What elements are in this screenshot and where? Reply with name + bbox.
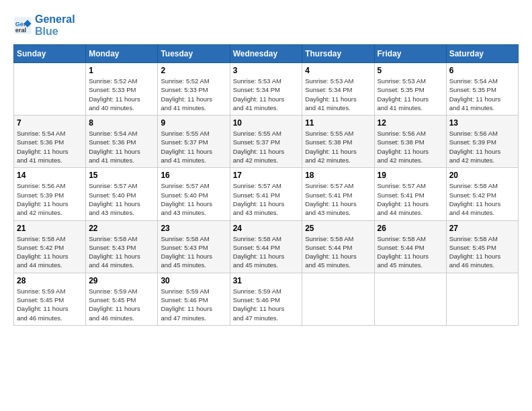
day-number: 13 [449, 118, 515, 128]
day-number: 6 [449, 66, 515, 75]
day-info: Sunrise: 5:56 AM Sunset: 5:39 PM Dayligh… [449, 129, 515, 165]
calendar-cell [302, 273, 374, 325]
day-number: 4 [305, 66, 371, 75]
day-info: Sunrise: 5:58 AM Sunset: 5:43 PM Dayligh… [161, 234, 226, 270]
calendar-cell: 27Sunrise: 5:58 AM Sunset: 5:45 PM Dayli… [446, 220, 518, 273]
header-thursday: Thursday [302, 45, 374, 63]
day-info: Sunrise: 5:59 AM Sunset: 5:46 PM Dayligh… [233, 287, 300, 322]
day-info: Sunrise: 5:54 AM Sunset: 5:36 PM Dayligh… [89, 129, 154, 165]
calendar-cell: 22Sunrise: 5:58 AM Sunset: 5:43 PM Dayli… [86, 220, 158, 273]
calendar-cell [14, 63, 86, 116]
header-wednesday: Wednesday [230, 45, 302, 63]
day-number: 12 [378, 118, 443, 128]
calendar-week-3: 14Sunrise: 5:56 AM Sunset: 5:39 PM Dayli… [14, 168, 519, 220]
day-number: 7 [17, 118, 83, 128]
day-number: 10 [233, 118, 300, 128]
day-number: 14 [17, 171, 83, 180]
header-sunday: Sunday [14, 45, 86, 63]
day-info: Sunrise: 5:58 AM Sunset: 5:45 PM Dayligh… [449, 234, 515, 270]
calendar-cell: 5Sunrise: 5:53 AM Sunset: 5:35 PM Daylig… [374, 63, 446, 116]
day-number: 24 [233, 224, 300, 233]
day-info: Sunrise: 5:59 AM Sunset: 5:46 PM Dayligh… [161, 287, 226, 322]
day-info: Sunrise: 5:54 AM Sunset: 5:36 PM Dayligh… [17, 129, 83, 165]
header-tuesday: Tuesday [158, 45, 230, 63]
day-number: 2 [161, 66, 226, 75]
day-info: Sunrise: 5:58 AM Sunset: 5:43 PM Dayligh… [89, 234, 154, 270]
logo-text: General Blue [35, 13, 75, 38]
logo-icon: Gen eral [13, 16, 32, 35]
day-info: Sunrise: 5:52 AM Sunset: 5:33 PM Dayligh… [161, 77, 226, 112]
calendar-cell: 18Sunrise: 5:57 AM Sunset: 5:41 PM Dayli… [302, 168, 374, 220]
calendar-cell: 19Sunrise: 5:57 AM Sunset: 5:41 PM Dayli… [374, 168, 446, 220]
calendar-cell: 11Sunrise: 5:55 AM Sunset: 5:38 PM Dayli… [302, 116, 374, 168]
day-number: 22 [89, 224, 154, 233]
day-number: 20 [449, 171, 515, 180]
day-number: 31 [233, 276, 300, 285]
day-number: 28 [17, 276, 83, 285]
day-info: Sunrise: 5:59 AM Sunset: 5:45 PM Dayligh… [17, 287, 83, 322]
day-info: Sunrise: 5:59 AM Sunset: 5:45 PM Dayligh… [89, 287, 154, 322]
calendar-cell: 31Sunrise: 5:59 AM Sunset: 5:46 PM Dayli… [230, 273, 302, 325]
day-info: Sunrise: 5:57 AM Sunset: 5:41 PM Dayligh… [378, 181, 443, 217]
day-info: Sunrise: 5:56 AM Sunset: 5:38 PM Dayligh… [378, 129, 443, 165]
calendar-cell: 6Sunrise: 5:54 AM Sunset: 5:35 PM Daylig… [446, 63, 518, 116]
day-info: Sunrise: 5:53 AM Sunset: 5:34 PM Dayligh… [233, 77, 300, 112]
page-header: Gen eral General Blue [13, 13, 519, 38]
day-info: Sunrise: 5:57 AM Sunset: 5:41 PM Dayligh… [233, 181, 300, 217]
day-number: 5 [378, 66, 443, 75]
calendar-cell: 13Sunrise: 5:56 AM Sunset: 5:39 PM Dayli… [446, 116, 518, 168]
day-number: 11 [305, 118, 371, 128]
day-info: Sunrise: 5:58 AM Sunset: 5:44 PM Dayligh… [378, 234, 443, 270]
calendar-week-4: 21Sunrise: 5:58 AM Sunset: 5:42 PM Dayli… [14, 220, 519, 273]
day-number: 30 [161, 276, 226, 285]
calendar-cell: 4Sunrise: 5:53 AM Sunset: 5:34 PM Daylig… [302, 63, 374, 116]
svg-text:eral: eral [15, 27, 26, 34]
day-number: 27 [449, 224, 515, 233]
calendar-cell: 28Sunrise: 5:59 AM Sunset: 5:45 PM Dayli… [14, 273, 86, 325]
day-info: Sunrise: 5:58 AM Sunset: 5:44 PM Dayligh… [305, 234, 371, 270]
calendar-cell: 25Sunrise: 5:58 AM Sunset: 5:44 PM Dayli… [302, 220, 374, 273]
calendar-week-2: 7Sunrise: 5:54 AM Sunset: 5:36 PM Daylig… [14, 116, 519, 168]
day-number: 18 [305, 171, 371, 180]
day-number: 25 [305, 224, 371, 233]
day-number: 9 [161, 118, 226, 128]
calendar-cell: 14Sunrise: 5:56 AM Sunset: 5:39 PM Dayli… [14, 168, 86, 220]
header-saturday: Saturday [446, 45, 518, 63]
calendar-cell: 26Sunrise: 5:58 AM Sunset: 5:44 PM Dayli… [374, 220, 446, 273]
calendar-header-row: SundayMondayTuesdayWednesdayThursdayFrid… [14, 45, 519, 63]
day-info: Sunrise: 5:58 AM Sunset: 5:42 PM Dayligh… [449, 181, 515, 217]
calendar-cell: 16Sunrise: 5:57 AM Sunset: 5:40 PM Dayli… [158, 168, 230, 220]
calendar-cell: 1Sunrise: 5:52 AM Sunset: 5:33 PM Daylig… [86, 63, 158, 116]
calendar-cell: 8Sunrise: 5:54 AM Sunset: 5:36 PM Daylig… [86, 116, 158, 168]
calendar-cell: 7Sunrise: 5:54 AM Sunset: 5:36 PM Daylig… [14, 116, 86, 168]
calendar-cell: 29Sunrise: 5:59 AM Sunset: 5:45 PM Dayli… [86, 273, 158, 325]
day-number: 29 [89, 276, 154, 285]
calendar-cell: 20Sunrise: 5:58 AM Sunset: 5:42 PM Dayli… [446, 168, 518, 220]
calendar-week-1: 1Sunrise: 5:52 AM Sunset: 5:33 PM Daylig… [14, 63, 519, 116]
header-monday: Monday [86, 45, 158, 63]
calendar-cell: 17Sunrise: 5:57 AM Sunset: 5:41 PM Dayli… [230, 168, 302, 220]
day-info: Sunrise: 5:55 AM Sunset: 5:37 PM Dayligh… [233, 129, 300, 165]
day-number: 17 [233, 171, 300, 180]
calendar-cell: 2Sunrise: 5:52 AM Sunset: 5:33 PM Daylig… [158, 63, 230, 116]
calendar-cell: 15Sunrise: 5:57 AM Sunset: 5:40 PM Dayli… [86, 168, 158, 220]
day-info: Sunrise: 5:53 AM Sunset: 5:34 PM Dayligh… [305, 77, 371, 112]
day-info: Sunrise: 5:57 AM Sunset: 5:40 PM Dayligh… [89, 181, 154, 217]
day-info: Sunrise: 5:58 AM Sunset: 5:42 PM Dayligh… [17, 234, 83, 270]
day-info: Sunrise: 5:57 AM Sunset: 5:41 PM Dayligh… [305, 181, 371, 217]
day-info: Sunrise: 5:55 AM Sunset: 5:38 PM Dayligh… [305, 129, 371, 165]
header-friday: Friday [374, 45, 446, 63]
day-number: 3 [233, 66, 300, 75]
day-number: 16 [161, 171, 226, 180]
calendar-cell [374, 273, 446, 325]
calendar-cell: 30Sunrise: 5:59 AM Sunset: 5:46 PM Dayli… [158, 273, 230, 325]
calendar-cell: 12Sunrise: 5:56 AM Sunset: 5:38 PM Dayli… [374, 116, 446, 168]
calendar-week-5: 28Sunrise: 5:59 AM Sunset: 5:45 PM Dayli… [14, 273, 519, 325]
calendar-cell: 3Sunrise: 5:53 AM Sunset: 5:34 PM Daylig… [230, 63, 302, 116]
day-number: 8 [89, 118, 154, 128]
calendar-cell: 24Sunrise: 5:58 AM Sunset: 5:44 PM Dayli… [230, 220, 302, 273]
day-info: Sunrise: 5:52 AM Sunset: 5:33 PM Dayligh… [89, 77, 154, 112]
calendar-cell: 21Sunrise: 5:58 AM Sunset: 5:42 PM Dayli… [14, 220, 86, 273]
calendar-cell: 9Sunrise: 5:55 AM Sunset: 5:37 PM Daylig… [158, 116, 230, 168]
day-number: 15 [89, 171, 154, 180]
